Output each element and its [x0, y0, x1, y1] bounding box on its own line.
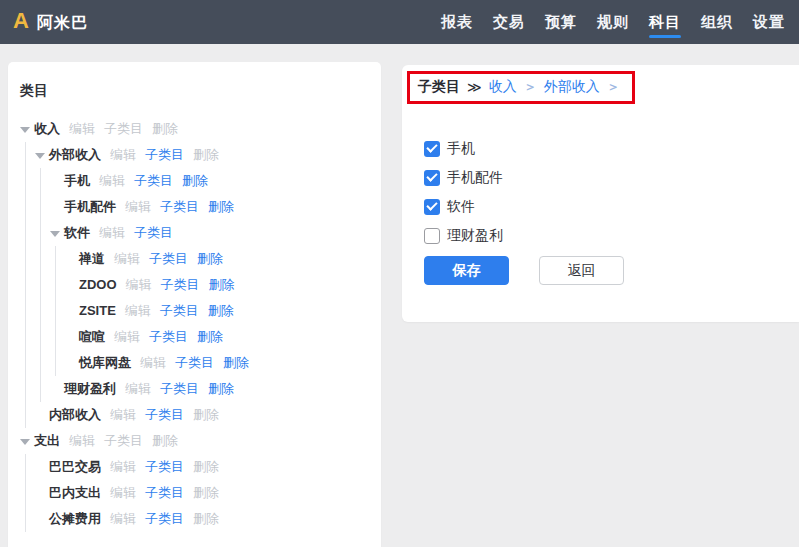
checkbox-checked[interactable] [424, 170, 440, 186]
tree-node: ZDOO编辑子类目删除 [65, 272, 373, 298]
tree-children: 外部收入编辑子类目删除手机编辑子类目删除手机配件编辑子类目删除软件编辑子类目禅道… [25, 142, 373, 428]
tree-node-name: 支出 [34, 428, 60, 454]
breadcrumb-link[interactable]: 收入 [489, 78, 517, 96]
tree-action-subcategory[interactable]: 子类目 [145, 454, 184, 480]
tree-row: 内部收入编辑子类目删除 [35, 402, 373, 428]
tree-row: 公摊费用编辑子类目删除 [35, 506, 373, 532]
tree-action-subcategory[interactable]: 子类目 [149, 324, 188, 350]
tree-action-delete[interactable]: 删除 [152, 116, 178, 142]
caret-down-icon[interactable] [50, 220, 64, 246]
app-header: A 阿米巴 报表交易预算规则科目组织设置 [0, 0, 799, 44]
tree-action-edit[interactable]: 编辑 [125, 194, 151, 220]
tree-action-subcategory[interactable]: 子类目 [104, 428, 143, 454]
save-button[interactable]: 保存 [424, 256, 509, 285]
tree-action-edit[interactable]: 编辑 [114, 246, 140, 272]
checkbox-row[interactable]: 软件 [424, 198, 779, 215]
nav-item-settings[interactable]: 设置 [753, 0, 785, 44]
tree-node-name: 内部收入 [49, 402, 101, 428]
tree-action-edit[interactable]: 编辑 [99, 168, 125, 194]
checkbox-label[interactable]: 理财盈利 [447, 227, 503, 245]
tree-action-delete[interactable]: 删除 [208, 376, 234, 402]
tree-action-edit[interactable]: 编辑 [110, 142, 136, 168]
tree-row: ZDOO编辑子类目删除 [65, 272, 373, 298]
caret-down-icon[interactable] [20, 116, 34, 142]
nav-item-budget[interactable]: 预算 [545, 0, 577, 44]
tree-action-delete[interactable]: 删除 [182, 168, 208, 194]
caret-down-icon[interactable] [20, 428, 34, 454]
tree-action-subcategory[interactable]: 子类目 [161, 272, 200, 298]
tree-action-subcategory[interactable]: 子类目 [145, 142, 184, 168]
tree-action-subcategory[interactable]: 子类目 [160, 298, 199, 324]
tree-action-delete[interactable]: 删除 [208, 298, 234, 324]
checkbox-row[interactable]: 手机配件 [424, 169, 779, 186]
tree-action-edit[interactable]: 编辑 [69, 116, 95, 142]
tree-children: 巴巴交易编辑子类目删除巴内支出编辑子类目删除公摊费用编辑子类目删除 [25, 454, 373, 532]
checkbox-list: 手机手机配件软件理财盈利 [424, 140, 779, 244]
tree-action-edit[interactable]: 编辑 [110, 454, 136, 480]
tree-row: 禅道编辑子类目删除 [65, 246, 373, 272]
tree-node: 外部收入编辑子类目删除手机编辑子类目删除手机配件编辑子类目删除软件编辑子类目禅道… [35, 142, 373, 402]
category-tree: 收入编辑子类目删除外部收入编辑子类目删除手机编辑子类目删除手机配件编辑子类目删除… [20, 116, 373, 532]
caret-down-icon[interactable] [35, 142, 49, 168]
nav-item-reports[interactable]: 报表 [441, 0, 473, 44]
checkbox-label[interactable]: 手机 [447, 140, 475, 158]
tree-action-delete[interactable]: 删除 [209, 272, 235, 298]
tree-action-delete[interactable]: 删除 [193, 506, 219, 532]
tree-action-delete[interactable]: 删除 [193, 402, 219, 428]
tree-action-edit[interactable]: 编辑 [125, 298, 151, 324]
checkbox-row[interactable]: 理财盈利 [424, 227, 779, 244]
tree-action-subcategory[interactable]: 子类目 [175, 350, 214, 376]
tree-row: 软件编辑子类目 [50, 220, 373, 246]
tree-node: 喧喧编辑子类目删除 [65, 324, 373, 350]
tree-node-name: 悦库网盘 [79, 350, 131, 376]
checkbox-unchecked[interactable] [424, 228, 440, 244]
tree-action-edit[interactable]: 编辑 [140, 350, 166, 376]
tree-action-subcategory[interactable]: 子类目 [145, 506, 184, 532]
tree-action-delete[interactable]: 删除 [193, 454, 219, 480]
tree-action-delete[interactable]: 删除 [197, 246, 223, 272]
nav-item-rules[interactable]: 规则 [597, 0, 629, 44]
tree-action-subcategory[interactable]: 子类目 [104, 116, 143, 142]
tree-action-edit[interactable]: 编辑 [126, 272, 152, 298]
checkbox-row[interactable]: 手机 [424, 140, 779, 157]
tree-action-edit[interactable]: 编辑 [114, 324, 140, 350]
tree-action-delete[interactable]: 删除 [193, 142, 219, 168]
tree-node: 公摊费用编辑子类目删除 [35, 506, 373, 532]
chevron-right-icon: ＞ [607, 78, 620, 96]
tree-action-subcategory[interactable]: 子类目 [160, 194, 199, 220]
nav-item-transactions[interactable]: 交易 [493, 0, 525, 44]
tree-node-name: 手机配件 [64, 194, 116, 220]
tree-row: 喧喧编辑子类目删除 [65, 324, 373, 350]
tree-action-delete[interactable]: 删除 [223, 350, 249, 376]
back-button[interactable]: 返回 [539, 256, 624, 285]
tree-action-subcategory[interactable]: 子类目 [134, 220, 173, 246]
tree-action-delete[interactable]: 删除 [152, 428, 178, 454]
tree-action-subcategory[interactable]: 子类目 [145, 402, 184, 428]
tree-action-delete[interactable]: 删除 [193, 480, 219, 506]
tree-action-edit[interactable]: 编辑 [69, 428, 95, 454]
breadcrumb-title: 子类目 [418, 78, 460, 96]
checkbox-checked[interactable] [424, 199, 440, 215]
checkbox-label[interactable]: 软件 [447, 198, 475, 216]
app-logo: A 阿米巴 [13, 10, 88, 34]
breadcrumb-link[interactable]: 外部收入 [544, 78, 600, 96]
tree-action-edit[interactable]: 编辑 [125, 376, 151, 402]
tree-action-subcategory[interactable]: 子类目 [160, 376, 199, 402]
checkbox-checked[interactable] [424, 141, 440, 157]
tree-action-edit[interactable]: 编辑 [110, 506, 136, 532]
tree-action-delete[interactable]: 删除 [197, 324, 223, 350]
tree-action-edit[interactable]: 编辑 [99, 220, 125, 246]
app-title: 阿米巴 [37, 13, 88, 34]
tree-action-subcategory[interactable]: 子类目 [145, 480, 184, 506]
tree-node-name: 喧喧 [79, 324, 105, 350]
tree-action-delete[interactable]: 删除 [208, 194, 234, 220]
tree-action-subcategory[interactable]: 子类目 [134, 168, 173, 194]
tree-node: 手机配件编辑子类目删除 [50, 194, 373, 220]
nav-item-organization[interactable]: 组织 [701, 0, 733, 44]
tree-action-subcategory[interactable]: 子类目 [149, 246, 188, 272]
tree-action-edit[interactable]: 编辑 [110, 480, 136, 506]
nav-item-subjects[interactable]: 科目 [649, 0, 681, 44]
checkbox-label[interactable]: 手机配件 [447, 169, 503, 187]
tree-node-name: 公摊费用 [49, 506, 101, 532]
tree-action-edit[interactable]: 编辑 [110, 402, 136, 428]
